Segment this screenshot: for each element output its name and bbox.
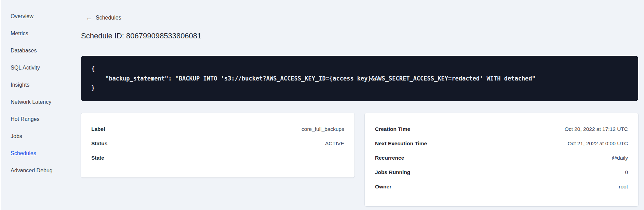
detail-row-value: Oct 20, 2022 at 17:12 UTC: [565, 126, 628, 132]
sidebar-item-sql-activity[interactable]: SQL Activity: [11, 64, 70, 71]
sidebar-item-jobs[interactable]: Jobs: [11, 133, 70, 140]
sidebar-item-databases[interactable]: Databases: [11, 47, 70, 54]
detail-row-next-execution-time: Next Execution Time Oct 21, 2022 at 0:00…: [375, 136, 628, 151]
code-line: "backup_statement": "BACKUP INTO 's3://b…: [91, 74, 628, 83]
page-left-edge: [0, 0, 1, 210]
detail-row-creation-time: Creation Time Oct 20, 2022 at 17:12 UTC: [375, 122, 628, 136]
detail-row-value: core_full_backups: [301, 126, 344, 132]
code-line: }: [91, 83, 628, 93]
back-to-schedules-link[interactable]: ← Schedules: [86, 14, 121, 21]
code-line: {: [91, 64, 628, 74]
detail-row-value: root: [619, 184, 628, 190]
detail-row-key: Next Execution Time: [375, 140, 427, 147]
detail-row-status: Status ACTIVE: [91, 136, 344, 151]
sidebar-item-insights[interactable]: Insights: [11, 82, 70, 88]
schedule-meta-card: Label core_full_backups Status ACTIVE St…: [81, 113, 354, 177]
detail-row-key: Creation Time: [375, 126, 410, 132]
detail-cards: Label core_full_backups Status ACTIVE St…: [81, 113, 638, 206]
detail-row-value: ACTIVE: [325, 140, 344, 147]
detail-row-value: @daily: [612, 155, 628, 161]
sidebar: Overview Metrics Databases SQL Activity …: [0, 0, 70, 210]
detail-row-state: State: [91, 151, 344, 165]
detail-row-jobs-running: Jobs Running 0: [375, 165, 628, 180]
detail-row-value: 0: [625, 169, 628, 175]
detail-row-key: Jobs Running: [375, 169, 410, 175]
detail-row-key: Recurrence: [375, 155, 404, 161]
detail-row-value: Oct 21, 2022 at 0:00 UTC: [567, 140, 628, 147]
main-content: ← Schedules Schedule ID: 806799098533806…: [70, 0, 644, 210]
arrow-left-icon: ←: [86, 15, 92, 21]
detail-row-owner: Owner root: [375, 180, 628, 194]
detail-row-key: State: [91, 155, 104, 161]
detail-row-key: Status: [91, 140, 107, 147]
sidebar-item-overview[interactable]: Overview: [11, 13, 70, 20]
detail-row-key: Owner: [375, 184, 391, 190]
sidebar-item-network-latency[interactable]: Network Latency: [11, 99, 70, 106]
detail-row-recurrence: Recurrence @daily: [375, 151, 628, 165]
sidebar-item-schedules[interactable]: Schedules: [11, 150, 70, 157]
sidebar-item-advanced-debug[interactable]: Advanced Debug: [11, 167, 70, 174]
detail-row-label: Label core_full_backups: [91, 122, 344, 136]
detail-row-key: Label: [91, 126, 105, 132]
back-link-label: Schedules: [96, 14, 121, 21]
schedule-timing-card: Creation Time Oct 20, 2022 at 17:12 UTC …: [365, 113, 638, 206]
page-title: Schedule ID: 806799098533806081: [81, 31, 638, 41]
sidebar-item-metrics[interactable]: Metrics: [11, 30, 70, 37]
sidebar-nav: Overview Metrics Databases SQL Activity …: [11, 13, 70, 174]
app-root: Overview Metrics Databases SQL Activity …: [0, 0, 644, 210]
schedule-statement-code-block: { "backup_statement": "BACKUP INTO 's3:/…: [81, 56, 638, 101]
sidebar-item-hot-ranges[interactable]: Hot Ranges: [11, 116, 70, 123]
